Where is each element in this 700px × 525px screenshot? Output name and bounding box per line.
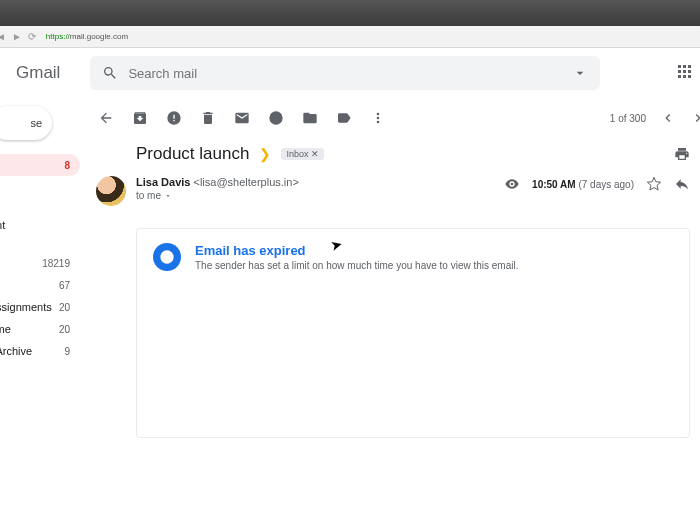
app-header: Gmail bbox=[0, 48, 700, 98]
sidebar-item-inbox[interactable]: 8 bbox=[0, 154, 80, 176]
browser-tabstrip: ◄ ► ⟳ https://mail.google.com bbox=[0, 26, 700, 48]
search-bar[interactable] bbox=[90, 56, 600, 90]
mark-unread-icon[interactable] bbox=[234, 110, 250, 126]
delete-icon[interactable] bbox=[200, 110, 216, 126]
inbox-chip[interactable]: Inbox ✕ bbox=[281, 148, 324, 160]
sidebar-label[interactable]: t Archive9 bbox=[0, 340, 80, 362]
spam-icon[interactable] bbox=[166, 110, 182, 126]
prev-icon[interactable] bbox=[660, 110, 676, 126]
apps-grid-icon[interactable] bbox=[678, 65, 694, 81]
search-icon bbox=[102, 65, 118, 81]
window-titlebar bbox=[0, 0, 700, 26]
move-to-icon[interactable] bbox=[302, 110, 318, 126]
inbox-count: 8 bbox=[64, 160, 70, 171]
back-icon[interactable] bbox=[98, 110, 114, 126]
address-bar[interactable]: https://mail.google.com bbox=[46, 32, 128, 41]
star-icon[interactable] bbox=[646, 176, 662, 192]
sidebar-item[interactable]: ant bbox=[0, 214, 80, 236]
sidebar-label[interactable]: assignments20 bbox=[0, 296, 80, 318]
url-protocol: https:// bbox=[46, 32, 70, 41]
message-subject: Product launch bbox=[136, 144, 249, 164]
search-options-icon[interactable] bbox=[572, 65, 588, 81]
sender-avatar bbox=[96, 176, 126, 206]
sender-name: Lisa Davis bbox=[136, 176, 190, 188]
sidebar-label[interactable]: 18219 bbox=[0, 252, 80, 274]
sidebar-item[interactable]: d bbox=[0, 192, 80, 214]
recipient-line[interactable]: to me bbox=[136, 190, 494, 201]
chevron-down-icon bbox=[164, 192, 172, 200]
expired-title: Email has expired bbox=[195, 243, 518, 258]
sidebar: se 8 d ant 18219 s67 as bbox=[0, 98, 80, 525]
sidebar-label[interactable]: s67 bbox=[0, 274, 80, 296]
sender-email: <lisa@shelterplus.in> bbox=[193, 176, 298, 188]
print-icon[interactable] bbox=[674, 146, 690, 162]
snooze-icon[interactable] bbox=[268, 110, 284, 126]
main-pane: 1 of 300 Product launch ❯ Inbox ✕ bbox=[80, 98, 700, 525]
sidebar-label[interactable]: cme20 bbox=[0, 318, 80, 340]
next-icon[interactable] bbox=[690, 110, 700, 126]
more-icon[interactable] bbox=[370, 110, 386, 126]
search-input[interactable] bbox=[128, 66, 562, 81]
clock-badge-icon bbox=[153, 243, 181, 271]
compose-button[interactable]: se bbox=[0, 106, 52, 140]
message-time: 10:50 AM (7 days ago) bbox=[532, 179, 634, 190]
tab-forward-icon[interactable]: ► bbox=[12, 31, 22, 42]
tab-reload-icon[interactable]: ⟳ bbox=[28, 31, 36, 42]
url-host: mail.google.com bbox=[70, 32, 128, 41]
reply-icon[interactable] bbox=[674, 176, 690, 192]
gmail-logo: Gmail bbox=[16, 63, 60, 83]
message-toolbar: 1 of 300 bbox=[80, 98, 700, 138]
expired-notice: Email has expired The sender has set a l… bbox=[136, 228, 690, 438]
chip-remove-icon[interactable]: ✕ bbox=[311, 149, 319, 159]
confidential-icon bbox=[504, 176, 520, 192]
archive-icon[interactable] bbox=[132, 110, 148, 126]
pager-text: 1 of 300 bbox=[610, 113, 646, 124]
tab-back-icon[interactable]: ◄ bbox=[0, 31, 6, 42]
labels-icon[interactable] bbox=[336, 110, 352, 126]
important-marker-icon[interactable]: ❯ bbox=[259, 146, 271, 162]
expired-description: The sender has set a limit on how much t… bbox=[195, 260, 518, 271]
